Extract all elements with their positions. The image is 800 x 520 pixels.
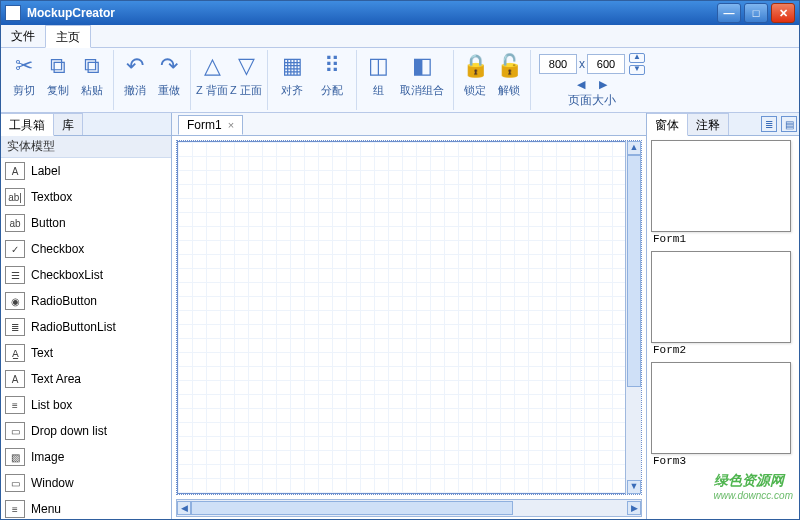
tool-icon: ▧ [5,448,25,466]
page-prev-icon[interactable]: ◀ [577,78,585,91]
right-panel: 窗体 注释 ≣ ▤ Form1Form2Form3 绿色资源网 www.down… [646,113,799,519]
doc-tab-form1[interactable]: Form1 × [178,115,243,135]
menu-home[interactable]: 主页 [45,25,91,48]
thumbnail-preview [651,251,791,343]
thumbnail-label: Form2 [653,344,795,356]
list-view-icon[interactable]: ≣ [761,116,777,132]
align-button[interactable]: ▦对齐 [272,50,312,108]
distribute-button[interactable]: ⠿分配 [312,50,352,108]
thumbnail-label: Form1 [653,233,795,245]
left-panel: 工具箱 库 实体模型 ALabelab|TextboxabButton✓Chec… [1,113,172,519]
page-height-input[interactable] [587,54,625,74]
scroll-right-icon[interactable]: ▶ [627,501,641,515]
scroll-down-icon[interactable]: ▼ [627,480,641,494]
distribute-icon: ⠿ [318,50,346,82]
tool-label: Window [31,476,74,490]
ungroup-button[interactable]: ◧取消组合 [395,50,449,108]
thumbnail-preview [651,140,791,232]
tab-library[interactable]: 库 [54,113,83,135]
canvas-area[interactable]: ▲ ▼ [176,140,642,495]
paste-button[interactable]: ⧉粘贴 [75,50,109,108]
scroll-left-icon[interactable]: ◀ [177,501,191,515]
scroll-up-icon[interactable]: ▲ [627,141,641,155]
tool-item[interactable]: ≣RadioButtonList [1,314,171,340]
menubar: 文件 主页 [1,25,799,48]
document-tabs: Form1 × [172,113,646,136]
bring-front-icon: ▽ [232,50,260,82]
group-icon: ◫ [364,50,392,82]
page-size-spinner[interactable]: ▲▼ [629,52,645,76]
lock-button[interactable]: 🔒锁定 [458,50,492,108]
unlock-button[interactable]: 🔓解锁 [492,50,526,108]
tool-item[interactable]: ▭Drop down list [1,418,171,444]
page-width-input[interactable] [539,54,577,74]
close-tab-icon[interactable]: × [228,119,234,131]
group-button[interactable]: ◫组 [361,50,395,108]
app-icon [5,5,21,21]
tool-item[interactable]: AText Area [1,366,171,392]
tool-label: Menu [31,502,61,516]
form-thumbnail[interactable]: Form2 [651,251,795,360]
tool-item[interactable]: ALabel [1,158,171,184]
tab-toolbox[interactable]: 工具箱 [1,113,54,136]
left-tabs: 工具箱 库 [1,113,171,136]
copy-button[interactable]: ⧉复制 [41,50,75,108]
window-title: MockupCreator [27,6,717,20]
redo-button[interactable]: ↷重做 [152,50,186,108]
tab-forms[interactable]: 窗体 [647,113,688,136]
tool-label: CheckboxList [31,268,103,282]
tool-label: List box [31,398,72,412]
tool-item[interactable]: ≡List box [1,392,171,418]
tool-label: Button [31,216,66,230]
tool-label: Drop down list [31,424,107,438]
form-thumbnails: Form1Form2Form3 [647,136,799,519]
tool-item[interactable]: A̲Text [1,340,171,366]
form-thumbnail[interactable]: Form3 [651,362,795,471]
tool-label: Label [31,164,60,178]
tool-item[interactable]: ☰CheckboxList [1,262,171,288]
titlebar[interactable]: MockupCreator ― □ ✕ [1,1,799,25]
maximize-button[interactable]: □ [744,3,768,23]
z-back-button[interactable]: △Z 背面 [195,50,229,108]
page-next-icon[interactable]: ▶ [599,78,607,91]
design-canvas[interactable] [177,141,641,494]
ribbon: ✂剪切 ⧉复制 ⧉粘贴 ↶撤消 ↷重做 △Z 背面 ▽Z 正面 ▦对齐 ⠿分配 … [1,48,799,113]
form-thumbnail[interactable]: Form1 [651,140,795,249]
tool-item[interactable]: abButton [1,210,171,236]
z-front-button[interactable]: ▽Z 正面 [229,50,263,108]
menu-file[interactable]: 文件 [1,25,45,47]
horizontal-scrollbar[interactable]: ◀ ▶ [176,499,642,517]
tab-notes[interactable]: 注释 [688,113,729,135]
tool-item[interactable]: ab|Textbox [1,184,171,210]
tool-item[interactable]: ✓Checkbox [1,236,171,262]
tool-label: RadioButton [31,294,97,308]
tool-item[interactable]: ▭Window [1,470,171,496]
tool-icon: ≡ [5,500,25,518]
close-button[interactable]: ✕ [771,3,795,23]
hscroll-thumb[interactable] [191,501,513,515]
vertical-scrollbar[interactable]: ▲ ▼ [625,140,642,495]
tool-item[interactable]: ◉RadioButton [1,288,171,314]
ribbon-page-size: x ▲▼ ◀ ▶ 页面大小 [531,50,653,110]
body: 工具箱 库 实体模型 ALabelab|TextboxabButton✓Chec… [1,113,799,519]
paste-icon: ⧉ [78,50,106,82]
tool-icon: A [5,162,25,180]
copy-icon: ⧉ [44,50,72,82]
redo-icon: ↷ [155,50,183,82]
tool-item[interactable]: ≡Menu [1,496,171,519]
tool-label: Textbox [31,190,72,204]
vscroll-thumb[interactable] [627,155,641,387]
page-size-label: 页面大小 [568,92,616,109]
thumb-view-icon[interactable]: ▤ [781,116,797,132]
lock-icon: 🔒 [461,50,489,82]
tool-item[interactable]: ▧Image [1,444,171,470]
minimize-button[interactable]: ― [717,3,741,23]
unlock-icon: 🔓 [495,50,523,82]
ungroup-icon: ◧ [408,50,436,82]
tool-icon: ▭ [5,422,25,440]
app-window: MockupCreator ― □ ✕ 文件 主页 ✂剪切 ⧉复制 ⧉粘贴 ↶撤… [0,0,800,520]
tool-label: Text Area [31,372,81,386]
undo-button[interactable]: ↶撤消 [118,50,152,108]
center-panel: Form1 × ▲ ▼ ◀ ▶ [172,113,646,519]
cut-button[interactable]: ✂剪切 [7,50,41,108]
